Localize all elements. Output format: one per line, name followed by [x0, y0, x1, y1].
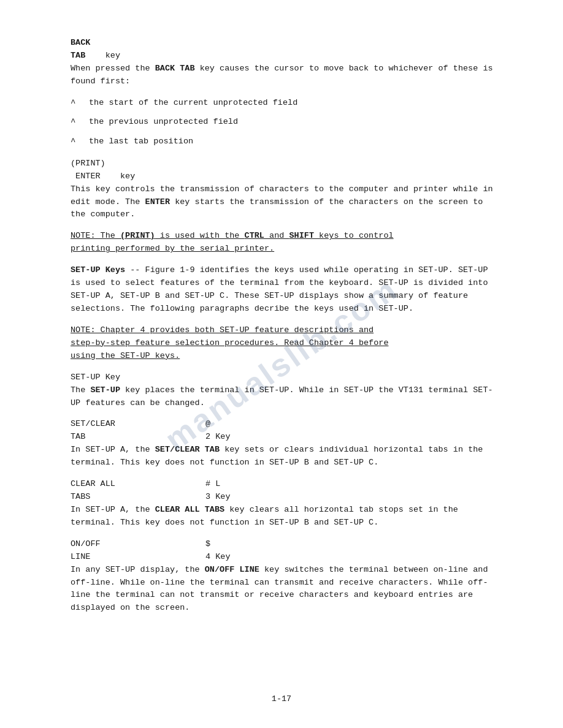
clear-all-tabs-row1: CLEAR ALL # L: [71, 478, 502, 491]
section-on-off-line: ON/OFF $ LINE 4 Key In any SET-UP displa…: [71, 538, 502, 615]
back-tab-description: When pressed the BACK TAB key causes the…: [71, 63, 502, 88]
page: manualslib.com BACK TAB key When pressed…: [0, 0, 563, 728]
bullet-char-1: ^: [71, 97, 89, 110]
print-description: This key controls the transmission of ch…: [71, 183, 502, 222]
on-off-line-value2: 4 Key: [205, 551, 502, 564]
clear-all-tabs-description: In SET-UP A, the CLEAR ALL TABS key clea…: [71, 504, 502, 529]
note-1-text: NOTE: The (PRINT) is used with the CTRL …: [71, 230, 502, 256]
section-setup-key: SET-UP Key The SET-UP key places the ter…: [71, 371, 502, 410]
on-off-line-description: In any SET-UP display, the ON/OFF LINE k…: [71, 564, 502, 615]
bullet-text-1: the start of the current unprotected fie…: [89, 97, 502, 110]
setup-keys-text: SET-UP Keys -- Figure 1-9 identifies the…: [71, 264, 502, 316]
back-tab-title-line2: TAB key: [71, 50, 502, 63]
clear-all-tabs-label1: CLEAR ALL: [71, 478, 205, 491]
on-off-line-row2: LINE 4 Key: [71, 551, 502, 564]
on-off-line-label1: ON/OFF: [71, 538, 205, 551]
set-clear-tab-label1: SET/CLEAR: [71, 418, 205, 431]
note-2-text: NOTE: Chapter 4 provides both SET-UP fea…: [71, 324, 502, 363]
clear-all-tabs-value1: # L: [205, 478, 502, 491]
set-clear-tab-value1: @: [205, 418, 502, 431]
print-title-line1: (PRINT): [71, 157, 502, 170]
on-off-line-label2: LINE: [71, 551, 205, 564]
set-clear-tab-value2: 2 Key: [205, 431, 502, 444]
setup-key-title: SET-UP Key: [71, 371, 502, 384]
page-number: 1-17: [272, 694, 291, 703]
bullet-item-1: ^ the start of the current unprotected f…: [71, 97, 502, 110]
section-set-clear-tab: SET/CLEAR @ TAB 2 Key In SET-UP A, the S…: [71, 418, 502, 469]
bullet-char-3: ^: [71, 135, 89, 149]
back-tab-title-line1: BACK: [71, 37, 502, 50]
bullet-item-2: ^ the previous unprotected field: [71, 116, 502, 129]
section-bullets: ^ the start of the current unprotected f…: [71, 97, 502, 149]
set-clear-tab-label2: TAB: [71, 431, 205, 444]
on-off-line-row1: ON/OFF $: [71, 538, 502, 551]
setup-key-description: The SET-UP key places the terminal in SE…: [71, 384, 502, 410]
section-clear-all-tabs: CLEAR ALL # L TABS 3 Key In SET-UP A, th…: [71, 478, 502, 529]
section-print-enter: (PRINT) ENTER key This key controls the …: [71, 157, 502, 222]
section-back-tab: BACK TAB key When pressed the BACK TAB k…: [71, 37, 502, 88]
clear-all-tabs-row2: TABS 3 Key: [71, 491, 502, 504]
set-clear-tab-row1: SET/CLEAR @: [71, 418, 502, 431]
on-off-line-value1: $: [205, 538, 502, 551]
note-1: NOTE: The (PRINT) is used with the CTRL …: [71, 230, 502, 256]
bullet-text-3: the last tab position: [89, 135, 502, 149]
section-setup-keys: SET-UP Keys -- Figure 1-9 identifies the…: [71, 264, 502, 316]
print-title-line2: ENTER key: [71, 170, 502, 183]
note-2: NOTE: Chapter 4 provides both SET-UP fea…: [71, 324, 502, 363]
bullet-char-2: ^: [71, 116, 89, 129]
clear-all-tabs-label2: TABS: [71, 491, 205, 504]
bullet-item-3: ^ the last tab position: [71, 135, 502, 149]
clear-all-tabs-value2: 3 Key: [205, 491, 502, 504]
main-content: BACK TAB key When pressed the BACK TAB k…: [71, 37, 502, 615]
bullet-text-2: the previous unprotected field: [89, 116, 502, 129]
set-clear-tab-row2: TAB 2 Key: [71, 431, 502, 444]
set-clear-tab-description: In SET-UP A, the SET/CLEAR TAB key sets …: [71, 444, 502, 469]
